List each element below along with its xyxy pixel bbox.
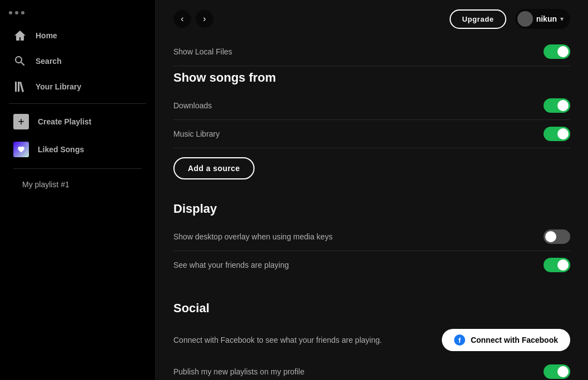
facebook-btn-label: Connect with Facebook [471, 336, 558, 344]
display-heading: Display [173, 197, 570, 216]
publish-playlists-row: Publish my new playlists on my profile [173, 358, 570, 380]
main-nav: Home Search Your Library [0, 23, 155, 99]
facebook-icon: f [454, 334, 465, 346]
sidebar-item-library[interactable]: Your Library [4, 74, 151, 99]
create-playlist-label: Create Playlist [38, 117, 92, 126]
friends-playing-toggle[interactable] [544, 258, 570, 272]
user-menu[interactable]: nikun ▾ [515, 9, 570, 29]
facebook-connect-row: Connect with Facebook to see what your f… [173, 322, 570, 358]
show-songs-from-section: Show songs from Downloads Music Library [173, 66, 570, 179]
friends-playing-label: See what your friends are playing [173, 261, 289, 269]
sidebar-item-home-label: Home [36, 31, 57, 40]
toggle-track[interactable] [544, 364, 570, 379]
toggle-thumb [545, 231, 556, 242]
toggle-thumb [557, 100, 569, 111]
facebook-desc: Connect with Facebook to see what your f… [173, 334, 382, 346]
toggle-thumb [557, 128, 569, 139]
toggle-track[interactable] [544, 44, 570, 59]
upgrade-label: Upgrade [462, 15, 494, 23]
forward-icon: › [203, 14, 206, 24]
toggle-track[interactable] [544, 127, 570, 141]
chevron-down-icon: ▾ [560, 15, 564, 23]
downloads-toggle[interactable] [544, 98, 570, 113]
connect-facebook-button[interactable]: f Connect with Facebook [442, 329, 570, 351]
dot-3 [21, 11, 24, 14]
publish-playlists-label: Publish my new playlists on my profile [173, 367, 305, 376]
toggle-thumb [557, 366, 569, 377]
show-local-files-row: Show Local Files [173, 38, 570, 66]
forward-button[interactable]: › [196, 10, 213, 28]
social-heading: Social [173, 297, 570, 316]
publish-playlists-toggle[interactable] [544, 364, 570, 379]
sidebar-item-home[interactable]: Home [4, 23, 151, 48]
toggle-track[interactable] [544, 98, 570, 113]
add-source-button[interactable]: Add a source [173, 157, 255, 179]
toggle-track[interactable] [544, 258, 570, 272]
svg-rect-0 [15, 82, 17, 92]
friends-playing-row: See what your friends are playing [173, 251, 570, 279]
window-controls [0, 4, 155, 23]
liked-songs-button[interactable]: Liked Songs [4, 136, 151, 163]
back-icon: ‹ [181, 14, 183, 24]
search-icon [13, 54, 27, 68]
toggle-track[interactable] [544, 229, 570, 244]
music-library-label: Music Library [173, 129, 220, 138]
social-section: Social Connect with Facebook to see what… [173, 297, 570, 380]
display-section: Display Show desktop overlay when using … [173, 197, 570, 279]
playlist-item-1-label: My playlist #1 [22, 180, 69, 189]
show-songs-from-heading: Show songs from [173, 66, 570, 85]
sidebar-divider-2 [13, 168, 142, 169]
liked-songs-icon [13, 142, 29, 157]
main-content: ‹ › Upgrade nikun ▾ Show Local Files [156, 0, 588, 380]
toggle-thumb [557, 259, 569, 271]
sidebar-item-search-label: Search [36, 57, 62, 66]
desktop-overlay-row: Show desktop overlay when using media ke… [173, 223, 570, 251]
nav-arrows: ‹ › [173, 10, 213, 28]
svg-rect-1 [18, 82, 19, 92]
dot-1 [9, 11, 12, 14]
upgrade-button[interactable]: Upgrade [450, 9, 506, 29]
desktop-overlay-label: Show desktop overlay when using media ke… [173, 232, 332, 241]
downloads-label: Downloads [173, 101, 212, 110]
library-icon [13, 80, 27, 93]
user-name: nikun [536, 14, 557, 23]
music-library-toggle[interactable] [544, 127, 570, 141]
liked-songs-label: Liked Songs [38, 145, 84, 154]
music-library-row: Music Library [173, 120, 570, 148]
header: ‹ › Upgrade nikun ▾ [156, 0, 588, 38]
sidebar: Home Search Your Library [0, 0, 156, 380]
show-local-files-toggle[interactable] [544, 44, 570, 59]
avatar [517, 11, 533, 27]
playlist-item-1[interactable]: My playlist #1 [4, 174, 151, 194]
toggle-thumb [557, 46, 569, 57]
create-playlist-button[interactable]: + Create Playlist [4, 108, 151, 135]
sidebar-item-library-label: Your Library [36, 82, 81, 91]
downloads-row: Downloads [173, 92, 570, 120]
settings-content[interactable]: Show Local Files Show songs from Downloa… [156, 38, 588, 380]
library-items: + Create Playlist Liked Songs My playlis… [0, 108, 155, 194]
add-source-label: Add a source [188, 164, 240, 173]
show-local-files-label: Show Local Files [173, 47, 232, 56]
sidebar-item-search[interactable]: Search [4, 49, 151, 73]
sidebar-divider [9, 103, 146, 104]
back-button[interactable]: ‹ [173, 10, 191, 28]
dot-2 [15, 11, 18, 14]
desktop-overlay-toggle[interactable] [544, 229, 570, 244]
plus-icon: + [13, 114, 29, 129]
home-icon [13, 29, 27, 42]
